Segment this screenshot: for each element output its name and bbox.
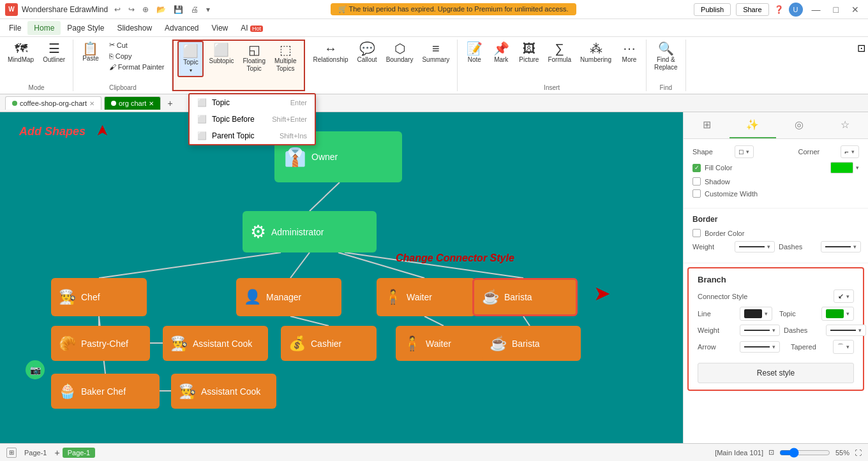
copy-btn[interactable]: ⎘ Copy <box>105 51 168 61</box>
node-pastry-chef[interactable]: 🥐 Pastry-Chef <box>51 326 150 361</box>
maximize-btn[interactable]: □ <box>830 4 842 15</box>
fill-color-checkbox[interactable]: ✓ <box>692 164 701 172</box>
topic-color-dropdown[interactable]: ▾ <box>821 307 854 321</box>
shadow-checkbox[interactable] <box>692 177 701 186</box>
app-title: Wondershare EdrawMind <box>22 5 108 14</box>
note-btn[interactable]: 📝 Note <box>461 40 487 66</box>
panel-tab-shape[interactable]: ⊞ <box>684 112 730 138</box>
zoom-slider[interactable] <box>779 448 830 458</box>
new-btn[interactable]: ⊕ <box>140 4 151 15</box>
picture-btn[interactable]: 🖼 Picture <box>515 40 542 66</box>
branch-arrow-row: Arrow ▾ Tapered ⌒ ▾ <box>698 340 854 354</box>
floating-topic-btn[interactable]: ◱ FloatingTopic <box>239 41 269 75</box>
summary-btn[interactable]: ≡ Summary <box>418 40 453 66</box>
menu-slideshow[interactable]: Slideshow <box>110 21 158 35</box>
tab-org-chart[interactable]: org chart ✕ <box>104 96 161 110</box>
more-insert-btn[interactable]: ⋯ More <box>617 40 642 66</box>
tapered-dropdown[interactable]: ⌒ ▾ <box>833 340 854 354</box>
user-avatar[interactable]: U <box>789 3 803 17</box>
fill-color-dropdown-arrow[interactable]: ▾ <box>856 165 859 171</box>
publish-button[interactable]: Publish <box>694 3 731 16</box>
print-btn[interactable]: 🖨 <box>188 4 201 15</box>
topic-option-topic[interactable]: ⬜ Topic Enter <box>190 94 315 111</box>
menu-advanced[interactable]: Advanced <box>158 21 205 35</box>
formula-btn[interactable]: ∑ Formula <box>544 40 575 66</box>
topic-option-parent[interactable]: ⬜ Parent Topic Shift+Ins <box>190 128 315 144</box>
active-page-tab[interactable]: Page-1 <box>63 448 95 458</box>
panel-toggle-btn[interactable]: ⊡ <box>855 40 868 91</box>
connector-style-dropdown[interactable]: ↙ ▾ <box>834 289 854 303</box>
canvas[interactable]: Add Shapes ➤ <box>0 112 683 443</box>
panel-tab-style[interactable]: ✨ <box>730 112 775 138</box>
tab-coffee-shop[interactable]: coffee-shop-org-chart ✕ <box>5 96 101 110</box>
relationship-btn[interactable]: ↔ Relationship <box>309 40 352 66</box>
mark-btn[interactable]: 📌 Mark <box>488 40 514 66</box>
line-color-dropdown[interactable]: ▾ <box>740 307 772 321</box>
add-tab-btn[interactable]: + <box>163 98 176 108</box>
node-waiter2[interactable]: 🧍 Waiter <box>396 326 495 361</box>
topic-option-before[interactable]: ⬜ Topic Before Shift+Enter <box>190 111 315 128</box>
multiple-topics-btn[interactable]: ⬚ MultipleTopics <box>271 41 300 75</box>
format-painter-btn[interactable]: 🖌 Format Painter <box>105 62 168 72</box>
help-icon[interactable]: ❓ <box>774 5 784 14</box>
fill-color-swatch[interactable] <box>830 162 853 173</box>
cut-btn[interactable]: ✂ Cut <box>105 40 168 50</box>
paste-btn[interactable]: 📋 Paste <box>77 40 104 65</box>
reset-style-btn[interactable]: Reset style <box>698 363 854 383</box>
node-assistant-cook1[interactable]: 👨‍🍳 Assistant Cook <box>163 326 268 361</box>
node-barista1[interactable]: ☕ Barista <box>472 278 578 316</box>
node-cashier[interactable]: 💰 Cashier <box>281 326 377 361</box>
menu-pagestyle[interactable]: Page Style <box>61 21 110 35</box>
shape-dropdown[interactable]: □ ▾ <box>735 145 754 158</box>
weight-dropdown[interactable]: ▾ <box>735 241 775 252</box>
barista2-icon: ☕ <box>490 335 507 352</box>
minimize-btn[interactable]: — <box>808 4 825 15</box>
fit-icon[interactable]: ⊡ <box>768 448 774 457</box>
menu-home[interactable]: Home <box>27 21 61 35</box>
mindmap-btn[interactable]: 🗺 MindMap <box>4 40 38 66</box>
node-manager[interactable]: 👤 Manager <box>236 278 341 316</box>
node-waiter1[interactable]: 🧍 Waiter <box>377 278 475 316</box>
node-chef[interactable]: 👨‍🍳 Chef <box>51 278 147 316</box>
share-button[interactable]: Share <box>736 3 768 16</box>
menu-view[interactable]: View <box>205 21 234 35</box>
open-btn[interactable]: 📂 <box>154 4 168 15</box>
customize-width-checkbox[interactable] <box>692 189 701 198</box>
node-assistant-cook2[interactable]: 👨‍🍳 Assistant Cook <box>171 374 276 409</box>
save-btn[interactable]: 💾 <box>171 4 186 15</box>
ribbon: 🗺 MindMap ☰ Outliner Mode 📋 Paste ✂ Cut <box>0 37 868 94</box>
panel-tab-target[interactable]: ◎ <box>776 112 822 138</box>
trial-notice[interactable]: 🛒 The trial period has expired. Upgrade … <box>331 3 576 15</box>
fullscreen-icon[interactable]: ⛶ <box>855 449 862 457</box>
dashes-dropdown[interactable]: ▾ <box>821 241 861 252</box>
tab-close-1[interactable]: ✕ <box>89 100 94 107</box>
find-replace-btn[interactable]: 🔍 Find &Replace <box>650 40 682 74</box>
boundary-btn[interactable]: ⬡ Boundary <box>382 40 417 66</box>
subtopic-btn[interactable]: ⬜ Subtopic <box>205 41 237 68</box>
undo-btn[interactable]: ↩ <box>112 4 123 15</box>
numbering-btn[interactable]: ⁂ Numbering <box>576 40 615 66</box>
redo-btn[interactable]: ↪ <box>126 4 137 15</box>
menu-file[interactable]: File <box>3 21 27 35</box>
shadow-row: Shadow <box>692 177 859 186</box>
node-baker-chef[interactable]: 🧁 Baker Chef <box>51 374 160 409</box>
callout-btn[interactable]: 💬 Callout <box>354 40 381 66</box>
menu-ai[interactable]: AI Hot <box>234 21 269 35</box>
more-btn[interactable]: ▾ <box>204 4 213 15</box>
tab-close-2[interactable]: ✕ <box>149 100 154 107</box>
corner-dropdown[interactable]: ⌐ ▾ <box>841 145 859 158</box>
panel-tab-star[interactable]: ☆ <box>822 112 868 138</box>
node-administrator[interactable]: ⚙ Administrator <box>243 211 377 252</box>
add-page-btn[interactable]: + <box>54 448 59 458</box>
weight2-dropdown[interactable]: ▾ <box>740 325 780 336</box>
camera-icon[interactable]: 📷 <box>26 360 45 379</box>
arrow-dropdown[interactable]: ▾ <box>740 341 780 353</box>
border-color-checkbox[interactable] <box>692 229 701 237</box>
right-panel: ⊞ ✨ ◎ ☆ Shape □ ▾ Corner ⌐ ▾ ✓ Fill C <box>683 112 868 443</box>
topic-btn[interactable]: ⬜ Topic ▾ <box>177 41 204 77</box>
close-btn[interactable]: ✕ <box>848 4 863 15</box>
dashes2-dropdown[interactable]: ▾ <box>826 325 866 336</box>
outliner-btn[interactable]: ☰ Outliner <box>39 40 69 66</box>
page-tab-1[interactable]: Page-1 <box>19 448 52 458</box>
node-barista2[interactable]: ☕ Barista <box>482 326 581 361</box>
